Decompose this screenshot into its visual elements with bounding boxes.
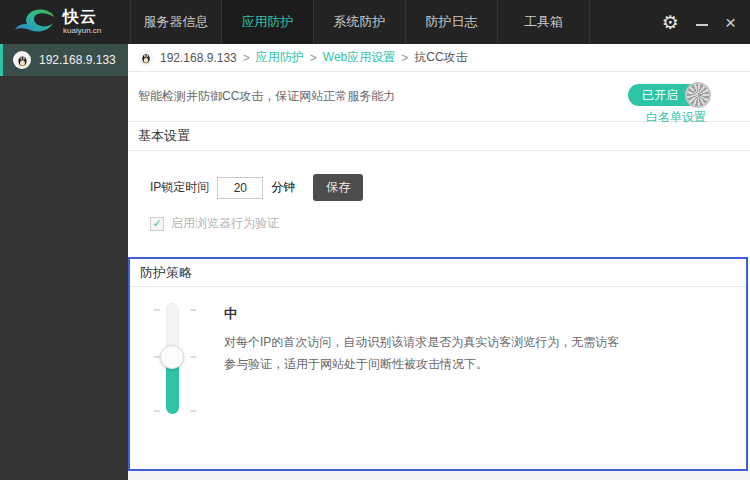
whitelist-settings-link[interactable]: 白名单设置 — [646, 109, 706, 126]
breadcrumb-separator: > — [310, 51, 317, 65]
server-ip-label: 192.168.9.133 — [39, 53, 116, 67]
app-logo: 快云 kuaiyun.cn — [0, 0, 130, 44]
nav-system-protection[interactable]: 系统防护 — [314, 0, 406, 44]
status-on-label: 已开启 — [642, 88, 678, 102]
feature-description: 智能检测并防御CC攻击，保证网站正常服务能力 — [138, 88, 395, 105]
linux-tux-icon — [138, 50, 154, 66]
ip-lock-unit-label: 分钟 — [271, 179, 295, 196]
slider-tick-low-right — [190, 410, 196, 412]
kuaiyun-swirl-icon — [14, 7, 56, 38]
breadcrumb-separator: > — [243, 51, 250, 65]
linux-tux-icon — [13, 51, 31, 69]
nav-protection-logs[interactable]: 防护日志 — [406, 0, 498, 44]
breadcrumb-anti-cc: 抗CC攻击 — [414, 49, 467, 66]
feature-intro-row: 智能检测并防御CC攻击，保证网站正常服务能力 已开启 白名单设置 — [128, 72, 750, 122]
cc-protection-toggle[interactable]: 已开启 — [628, 84, 704, 106]
gear-icon[interactable]: ⚙ — [662, 13, 679, 32]
basic-settings-title: 基本设置 — [128, 122, 750, 151]
ip-lock-time-label: IP锁定时间 — [150, 179, 209, 196]
logo-subtitle: kuaiyun.cn — [63, 27, 101, 35]
slider-tick-high-left — [154, 309, 160, 311]
policy-level-value: 中 — [224, 305, 704, 323]
slider-tick-mid-right — [190, 356, 196, 358]
nav-app-protection[interactable]: 应用防护 — [222, 0, 314, 44]
nav-toolbox[interactable]: 工具箱 — [498, 0, 590, 44]
protection-policy-panel: 防护策略 中 对每个IP的首次访问，自动识别该请求是否为真实访客浏览行为，无需访… — [128, 257, 748, 471]
breadcrumb-separator: > — [401, 51, 408, 65]
policy-level-slider-handle[interactable] — [160, 345, 184, 369]
close-icon[interactable]: × — [725, 13, 736, 32]
breadcrumb: 192.168.9.133 > 应用防护 > Web应用设置 > 抗CC攻击 — [128, 44, 750, 72]
breadcrumb-app-protection[interactable]: 应用防护 — [256, 49, 304, 66]
minimize-icon[interactable] — [696, 14, 708, 26]
logo-title: 快云 — [63, 9, 101, 25]
breadcrumb-web-app-settings[interactable]: Web应用设置 — [323, 49, 395, 66]
nav-server-info[interactable]: 服务器信息 — [130, 0, 222, 44]
browser-verify-checkbox[interactable]: ✓ — [150, 217, 164, 231]
sidebar-item-server[interactable]: 192.168.9.133 — [0, 44, 128, 76]
ip-lock-time-input[interactable] — [217, 177, 263, 199]
browser-verify-label: 启用浏览器行为验证 — [171, 215, 279, 232]
main-nav: 服务器信息 应用防护 系统防护 防护日志 工具箱 — [130, 0, 590, 44]
policy-desc-line1: 对每个IP的首次访问，自动识别该请求是否为真实访客浏览行为，无需访客 — [224, 331, 704, 353]
main-content: 192.168.9.133 > 应用防护 > Web应用设置 > 抗CC攻击 智… — [128, 44, 750, 480]
bottom-spacer — [128, 471, 750, 480]
protection-policy-title: 防护策略 — [130, 259, 746, 287]
policy-level-description: 中 对每个IP的首次访问，自动识别该请求是否为真实访客浏览行为，无需访客 参与验… — [224, 305, 704, 375]
toggle-knob-icon — [685, 82, 711, 108]
server-sidebar: 192.168.9.133 — [0, 44, 128, 480]
policy-desc-line2: 参与验证，适用于网站处于间断性被攻击情况下。 — [224, 353, 704, 375]
title-bar: 快云 kuaiyun.cn 服务器信息 应用防护 系统防护 防护日志 工具箱 ⚙… — [0, 0, 750, 44]
slider-tick-low-left — [154, 410, 160, 412]
basic-settings-form: IP锁定时间 分钟 保存 ✓ 启用浏览器行为验证 — [128, 151, 750, 257]
save-button[interactable]: 保存 — [313, 174, 363, 201]
breadcrumb-server: 192.168.9.133 — [160, 51, 237, 65]
slider-tick-high-right — [190, 309, 196, 311]
window-controls: ⚙ × — [662, 0, 736, 44]
